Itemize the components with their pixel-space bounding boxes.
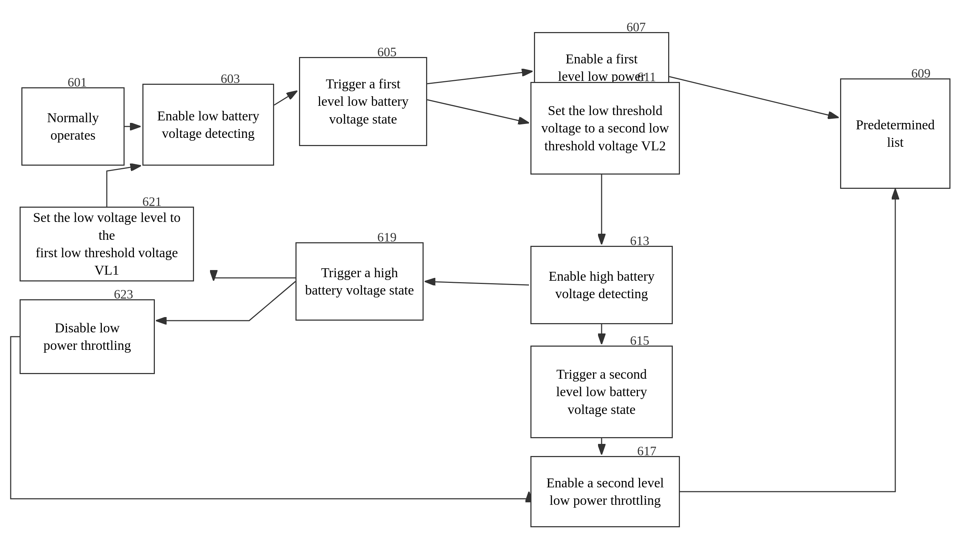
svg-line-9 xyxy=(425,281,529,285)
box-613-label: Enable high batteryvoltage detecting xyxy=(549,268,655,303)
box-609: Predeterminedlist xyxy=(840,78,950,189)
box-621: Set the low voltage level to thefirst lo… xyxy=(19,207,194,281)
label-601: 601 xyxy=(68,75,87,90)
box-623: Disable lowpower throttling xyxy=(19,299,155,374)
label-619: 619 xyxy=(377,230,396,245)
box-617-label: Enable a second levellow power throttlin… xyxy=(546,474,664,509)
box-621-label: Set the low voltage level to thefirst lo… xyxy=(26,209,188,279)
label-607: 607 xyxy=(627,19,646,35)
box-617: Enable a second levellow power throttlin… xyxy=(530,456,680,527)
box-623-label: Disable lowpower throttling xyxy=(43,319,131,354)
diagram: Normally operates 601 Enable low battery… xyxy=(0,0,980,549)
box-619: Trigger a highbattery voltage state xyxy=(296,242,423,321)
box-605: Trigger a firstlevel low batteryvoltage … xyxy=(299,57,427,146)
box-611-label: Set the low thresholdvoltage to a second… xyxy=(541,102,669,155)
box-615: Trigger a secondlevel low batteryvoltage… xyxy=(530,346,673,438)
label-609: 609 xyxy=(911,66,931,81)
box-613: Enable high batteryvoltage detecting xyxy=(530,246,673,324)
box-611: Set the low thresholdvoltage to a second… xyxy=(530,82,680,175)
label-623: 623 xyxy=(114,287,133,302)
label-615: 615 xyxy=(630,333,649,348)
label-621: 621 xyxy=(142,194,162,209)
svg-line-3 xyxy=(427,71,533,84)
label-613: 613 xyxy=(630,233,649,248)
label-617: 617 xyxy=(637,444,656,458)
box-601: Normally operates xyxy=(21,87,124,166)
box-603-label: Enable low batteryvoltage detecting xyxy=(157,107,259,142)
svg-line-5 xyxy=(669,77,839,118)
box-619-label: Trigger a highbattery voltage state xyxy=(305,264,414,299)
box-609-label: Predeterminedlist xyxy=(856,116,935,152)
box-601-label: Normally operates xyxy=(28,109,118,144)
box-603: Enable low batteryvoltage detecting xyxy=(142,84,274,166)
box-615-label: Trigger a secondlevel low batteryvoltage… xyxy=(556,365,647,418)
box-605-label: Trigger a firstlevel low batteryvoltage … xyxy=(318,75,408,128)
label-603: 603 xyxy=(221,71,240,86)
label-611: 611 xyxy=(637,69,656,85)
svg-line-4 xyxy=(427,100,529,123)
svg-line-2 xyxy=(274,91,297,105)
label-605: 605 xyxy=(377,45,396,59)
